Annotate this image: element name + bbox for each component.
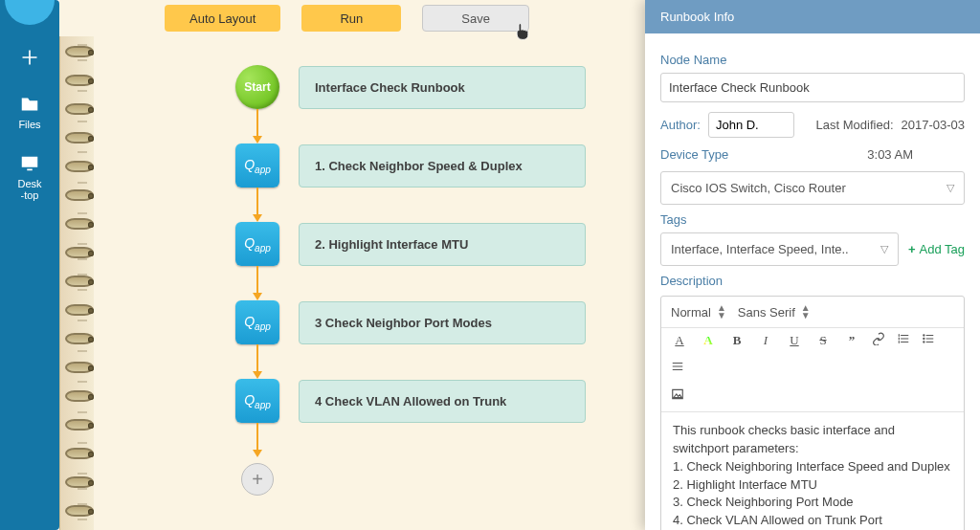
ordered-list-button[interactable] xyxy=(897,332,910,348)
plus-icon xyxy=(20,48,39,67)
add-tag-button[interactable]: + Add Tag xyxy=(908,232,965,266)
spiral-ring xyxy=(65,333,94,344)
spiral-ring xyxy=(65,247,94,258)
run-button[interactable]: Run xyxy=(301,5,401,32)
flow-arrow xyxy=(256,266,258,300)
tags-select[interactable]: Interface, Interface Speed, Inte.. ▽ xyxy=(660,232,899,266)
flow-arrow xyxy=(256,423,258,457)
node-name-label: Node Name xyxy=(660,53,965,67)
flow-arrow xyxy=(256,188,258,222)
add-tag-label: Add Tag xyxy=(920,242,965,256)
auto-layout-button[interactable]: Auto Layout xyxy=(165,5,280,32)
description-label: Description xyxy=(660,274,965,288)
device-type-value: Cisco IOS Switch, Cisco Router xyxy=(671,181,846,195)
flow-node-qapp[interactable]: Qapp3 Check Neighbor Port Modes xyxy=(235,300,586,344)
qapp-badge: Qapp xyxy=(235,379,279,423)
add-node-button[interactable]: + xyxy=(241,463,274,496)
sidebar-logo xyxy=(5,0,55,25)
svg-point-0 xyxy=(923,334,924,336)
spiral-ring xyxy=(65,132,94,144)
spiral-ring xyxy=(65,161,94,172)
spiral-ring xyxy=(65,505,94,517)
qapp-badge: Qapp xyxy=(235,300,279,344)
spiral-ring xyxy=(65,304,94,316)
canvas: // rings drawn after load below Auto Lay… xyxy=(59,0,645,530)
spiral-ring xyxy=(65,189,94,201)
monitor-icon xyxy=(19,153,40,174)
panel-title: Runbook Info xyxy=(645,0,980,33)
link-button[interactable] xyxy=(872,332,885,348)
sidebar-item-add[interactable] xyxy=(0,36,59,82)
description-editor: Normal ▲▼ Sans Serif ▲▼ A A B I U S ” xyxy=(660,296,965,530)
para-style-select[interactable]: Normal ▲▼ xyxy=(671,304,726,320)
flow-arrow xyxy=(256,109,258,144)
sidebar-item-label: Desk -top xyxy=(17,178,41,201)
quote-button[interactable]: ” xyxy=(843,333,860,348)
para-style-value: Normal xyxy=(671,305,711,320)
folder-icon xyxy=(19,94,40,115)
flow-node-qapp[interactable]: Qapp4 Check VLAN Allowed on Trunk xyxy=(235,379,586,423)
italic-button[interactable]: I xyxy=(757,333,774,348)
svg-point-1 xyxy=(923,338,924,340)
time-value: 3:03 AM xyxy=(867,147,913,162)
flow-area[interactable]: StartInterface Check RunbookQapp1. Check… xyxy=(94,36,645,530)
image-button[interactable] xyxy=(671,387,954,404)
toolbar: Auto Layout Run Save xyxy=(59,0,645,36)
underline-button[interactable]: U xyxy=(786,333,803,348)
qapp-badge: Qapp xyxy=(235,222,279,266)
font-family-select[interactable]: Sans Serif ▲▼ xyxy=(738,304,811,320)
author-input[interactable] xyxy=(708,112,794,138)
flow-node-label[interactable]: 1. Check Neighbor Speed & Duplex xyxy=(299,144,586,188)
font-family-value: Sans Serif xyxy=(738,305,795,320)
qapp-badge: Qapp xyxy=(235,144,279,188)
spiral-ring xyxy=(65,476,94,488)
runbook-info-panel: Runbook Info Node Name Author: Last Modi… xyxy=(645,0,980,530)
sidebar-item-label: Files xyxy=(18,119,40,130)
flow-node-start[interactable]: StartInterface Check Runbook xyxy=(235,65,586,109)
left-sidebar: Files Desk -top xyxy=(0,0,59,530)
node-name-input[interactable] xyxy=(660,73,965,102)
highlight-button[interactable]: A xyxy=(700,333,717,348)
spiral-ring xyxy=(65,362,94,373)
flow-node-label[interactable]: Interface Check Runbook xyxy=(299,66,586,109)
flow-node-qapp[interactable]: Qapp2. Highlight Interface MTU xyxy=(235,222,586,266)
sidebar-item-files[interactable]: Files xyxy=(0,82,59,142)
chevron-down-icon: ▽ xyxy=(880,243,888,255)
last-modified-value: 2017-03-03 xyxy=(902,118,966,132)
sidebar-item-desktop[interactable]: Desk -top xyxy=(0,142,59,212)
device-type-select[interactable]: Cisco IOS Switch, Cisco Router ▽ xyxy=(660,171,965,205)
spiral-ring xyxy=(65,46,94,57)
flow-node-label[interactable]: 4 Check VLAN Allowed on Trunk xyxy=(299,380,586,423)
editor-toolbar: Normal ▲▼ Sans Serif ▲▼ xyxy=(661,297,964,328)
author-label: Author: xyxy=(660,118,701,132)
start-badge: Start xyxy=(235,65,279,109)
save-button[interactable]: Save xyxy=(422,5,529,32)
spiral-ring xyxy=(65,218,94,230)
sort-icon: ▲▼ xyxy=(717,304,726,320)
description-textarea[interactable]: This runbook checks basic interface and … xyxy=(661,412,964,530)
flow-node-label[interactable]: 3 Check Neighbor Port Modes xyxy=(299,301,586,344)
tags-label: Tags xyxy=(660,212,965,227)
spiral-ring xyxy=(65,75,94,86)
font-color-button[interactable]: A xyxy=(671,333,688,348)
spiral-ring xyxy=(65,276,94,287)
spiral-ring xyxy=(65,419,94,431)
sort-icon: ▲▼ xyxy=(801,304,811,320)
save-button-label: Save xyxy=(461,11,490,26)
align-button[interactable] xyxy=(671,360,684,376)
bold-button[interactable]: B xyxy=(728,333,746,348)
strike-button[interactable]: S xyxy=(814,333,832,348)
unordered-list-button[interactable] xyxy=(922,332,935,348)
flow-node-qapp[interactable]: Qapp1. Check Neighbor Speed & Duplex xyxy=(235,144,586,188)
device-type-label: Device Type xyxy=(660,147,728,162)
plus-icon: + xyxy=(908,242,916,256)
notebook-spiral xyxy=(59,0,94,530)
flow-arrow xyxy=(256,344,258,379)
spiral-ring xyxy=(65,448,94,459)
spiral-ring xyxy=(65,103,94,115)
spiral-ring xyxy=(65,390,94,402)
tags-value: Interface, Interface Speed, Inte.. xyxy=(671,242,849,256)
chevron-down-icon: ▽ xyxy=(947,182,954,194)
flow-node-label[interactable]: 2. Highlight Interface MTU xyxy=(299,223,586,266)
svg-point-2 xyxy=(923,341,924,342)
